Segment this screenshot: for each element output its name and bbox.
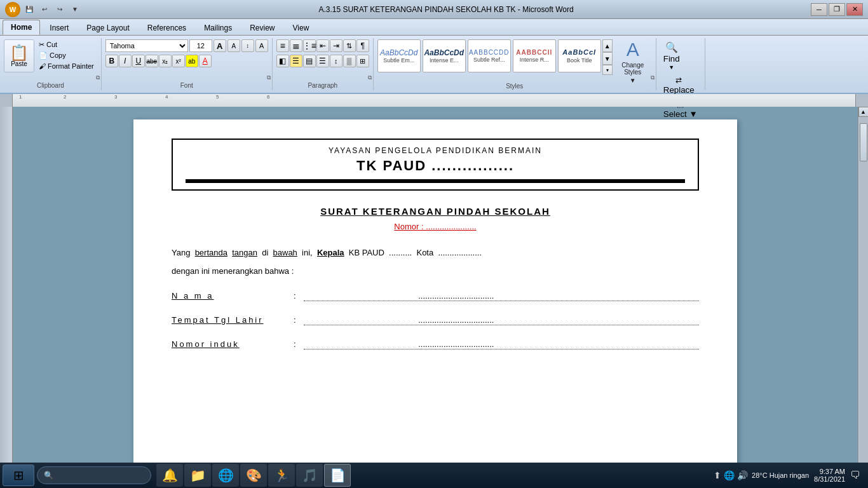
taskbar-icon-run[interactable]: 🏃 <box>268 464 295 487</box>
styles-scroll-down[interactable]: ▼ <box>602 52 613 65</box>
field-nama-colon: : <box>294 291 296 301</box>
underline-button[interactable]: U <box>132 55 145 67</box>
styles-row: AaBbCcDd Subtle Em... AaBbCcDd Intense E… <box>377 39 601 72</box>
font-grow-button[interactable]: A <box>214 39 226 52</box>
strikethrough-button[interactable]: abe <box>146 55 158 67</box>
tray-network-icon[interactable]: 🌐 <box>724 470 735 480</box>
styles-label: Styles <box>506 83 523 91</box>
font-label: Font <box>180 82 193 90</box>
subscript-button[interactable]: x₂ <box>159 55 172 67</box>
letterhead-divider <box>186 179 685 183</box>
style-intense-e[interactable]: AaBbCcDd Intense E... <box>423 39 466 72</box>
bold-button[interactable]: B <box>105 55 118 67</box>
show-marks-button[interactable]: ¶ <box>356 39 369 52</box>
taskbar-icon-paint[interactable]: 🎨 <box>240 464 267 487</box>
styles-scroll-up[interactable]: ▲ <box>602 39 613 52</box>
format-painter-button[interactable]: 🖌 Format Painter <box>36 61 97 71</box>
document-nomor: Nomor : ...................... <box>172 222 699 231</box>
clear-format-button[interactable]: A <box>255 39 268 52</box>
shading-button[interactable]: ▒ <box>343 55 356 67</box>
qat-customize[interactable]: ▼ <box>69 3 81 16</box>
taskbar-icon-music[interactable]: 🎵 <box>296 464 323 487</box>
taskbar-search[interactable]: 🔍 <box>37 466 151 484</box>
numbered-list-button[interactable]: ≣ <box>290 39 302 52</box>
tab-review[interactable]: Review <box>241 20 283 35</box>
justify-button[interactable]: ☰ <box>316 55 329 67</box>
bullet-list-button[interactable]: ≡ <box>276 39 289 52</box>
style-subtle-ref[interactable]: AaBbCcDD Subtle Ref... <box>468 39 511 72</box>
scroll-thumb[interactable] <box>860 123 867 161</box>
find-button[interactable]: 🔍 Find ▼ <box>660 39 683 72</box>
tab-home[interactable]: Home <box>3 20 40 35</box>
para-row-2: ◧ ☰ ▤ ☰ ↕ ▒ ⊞ <box>276 55 369 67</box>
field-nama-value: ................................. <box>304 291 699 301</box>
italic-button[interactable]: I <box>119 55 132 67</box>
font-color-button[interactable]: A <box>199 55 212 67</box>
styles-arrow[interactable]: ⧉ <box>651 74 654 81</box>
editing-content: 🔍 Find ▼ ⇄ Replace ⬚ Select ▼ <box>660 38 701 121</box>
restore-button[interactable]: ❐ <box>829 3 845 16</box>
select-label: Select ▼ <box>663 109 698 119</box>
clock: 9:37 AM 8/31/2021 <box>814 468 845 483</box>
document-body-text: Yang bertanda tangan di bawah ini, Kepal… <box>172 247 699 260</box>
multilevel-list-button[interactable]: ⋮≡ <box>303 39 316 52</box>
taskbar-icon-notifications[interactable]: 🔔 <box>156 464 183 487</box>
style-book-title[interactable]: AaBbCcI Book Title <box>558 39 601 72</box>
field-nama: N a m a : ..............................… <box>172 291 699 301</box>
body-text-span3: bawah <box>273 248 297 257</box>
notifications-icon[interactable]: 🗨 <box>850 470 860 481</box>
para-row-1: ≡ ≣ ⋮≡ ⇤ ⇥ ⇅ ¶ <box>276 39 369 52</box>
title-bar-left: W 💾 ↩ ↪ ▼ <box>5 2 81 17</box>
qat-save[interactable]: 💾 <box>23 3 36 16</box>
style-subtle-em[interactable]: AaBbCcDd Subtle Em... <box>377 39 421 72</box>
change-styles-icon: A <box>627 39 639 60</box>
document[interactable]: YAYASAN PENGELOLA PENDIDIKAN BERMAIN TK … <box>133 119 737 473</box>
find-label: Find <box>663 54 680 64</box>
styles-scroll-more[interactable]: ▾ <box>602 65 613 75</box>
tray-volume-icon[interactable]: 🔊 <box>737 470 748 480</box>
tab-view[interactable]: View <box>285 20 318 35</box>
cut-button[interactable]: ✂ Cut <box>36 39 97 50</box>
borders-button[interactable]: ⊞ <box>356 55 369 67</box>
font-row-1: Tahoma A A ↕ A <box>105 39 268 52</box>
align-right-button[interactable]: ▤ <box>303 55 316 67</box>
align-center-button[interactable]: ☰ <box>290 55 302 67</box>
highlight-button[interactable]: ab <box>186 55 198 67</box>
font-shrink-button[interactable]: A <box>227 39 240 52</box>
clipboard-small-buttons: ✂ Cut 📄 Copy 🖌 Format Painter <box>36 39 97 71</box>
decrease-indent-button[interactable]: ⇤ <box>316 39 329 52</box>
taskbar-icon-browser[interactable]: 🌐 <box>212 464 239 487</box>
copy-icon: 📄 <box>39 51 48 60</box>
taskbar-icon-explorer[interactable]: 📁 <box>184 464 211 487</box>
styles-content: AaBbCcDd Subtle Em... AaBbCcDd Intense E… <box>377 38 652 83</box>
qat-redo[interactable]: ↪ <box>53 3 66 16</box>
start-button[interactable]: ⊞ <box>3 464 34 486</box>
align-left-button[interactable]: ◧ <box>276 55 289 67</box>
tab-page-layout[interactable]: Page Layout <box>78 20 137 35</box>
tab-insert[interactable]: Insert <box>41 20 77 35</box>
tab-references[interactable]: References <box>139 20 194 35</box>
font-size-input[interactable] <box>189 39 212 52</box>
superscript-button[interactable]: x² <box>172 55 185 67</box>
taskbar-icon-word[interactable]: 📄 <box>324 464 351 487</box>
close-button[interactable]: ✕ <box>846 3 863 16</box>
style-intense-r[interactable]: AABBCCII Intense R... <box>513 39 556 72</box>
tray-up-icon[interactable]: ⬆ <box>714 470 721 480</box>
minimize-button[interactable]: ─ <box>811 3 827 16</box>
font-arrow[interactable]: ⧉ <box>267 74 271 81</box>
line-spacing-button[interactable]: ↕ <box>330 55 342 67</box>
replace-button[interactable]: ⇄ Replace <box>660 74 698 97</box>
paste-button[interactable]: 📋 Paste <box>4 39 34 72</box>
scroll-up-button[interactable]: ▲ <box>858 107 869 117</box>
tab-mailings[interactable]: Mailings <box>196 20 240 35</box>
sort-button[interactable]: ⇅ <box>343 39 356 52</box>
font-size-arrows-button[interactable]: ↕ <box>241 39 254 52</box>
qat-undo[interactable]: ↩ <box>38 3 51 16</box>
font-name-select[interactable]: Tahoma <box>105 39 188 52</box>
paragraph-arrow[interactable]: ⧉ <box>368 74 372 81</box>
clipboard-arrow[interactable]: ⧉ <box>96 74 100 81</box>
content-area: YAYASAN PENGELOLA PENDIDIKAN BERMAIN TK … <box>0 107 868 473</box>
change-styles-button[interactable]: A Change Styles ▼ <box>614 39 652 83</box>
copy-button[interactable]: 📄 Copy <box>36 50 97 60</box>
increase-indent-button[interactable]: ⇥ <box>330 39 342 52</box>
